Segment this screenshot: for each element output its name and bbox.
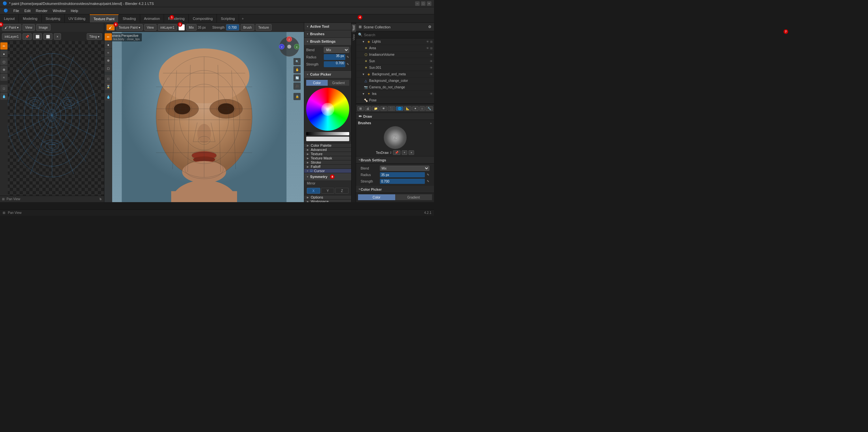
brush-btn[interactable]: Brush (241, 24, 254, 31)
props-modifier-btn[interactable]: 🔧 (426, 106, 433, 111)
radius-field[interactable]: 35 px (324, 54, 345, 60)
vert-tab-tool[interactable]: Tool (351, 24, 356, 32)
color-picker-header[interactable]: ▾ Color Picker (304, 71, 351, 78)
options-item[interactable]: ▶ Options (304, 195, 351, 199)
radius-val-props[interactable]: 35 px (380, 172, 425, 177)
color-wheel[interactable] (306, 88, 349, 131)
props-scene2-btn[interactable]: ⬛ (388, 106, 395, 111)
color-tab-color[interactable]: Color (306, 80, 328, 86)
uv-box-tool[interactable]: □ (0, 85, 7, 92)
color-picker-props-header[interactable]: ▾ Color Picker (356, 186, 434, 193)
tab-layout[interactable]: Layout (0, 14, 19, 23)
vp-eyedrop-btn[interactable]: 💧 (105, 93, 112, 100)
menu-help[interactable]: Help (68, 8, 81, 13)
strength-field[interactable]: 0.700 (226, 24, 239, 31)
props-material-btn[interactable]: ○ (419, 106, 425, 111)
active-tool-header[interactable]: ▾ Active Tool (304, 23, 351, 30)
strength-edit-icon[interactable]: ✎ (347, 63, 349, 66)
menu-render[interactable]: Render (34, 8, 50, 13)
mirror-y-btn[interactable]: Y (321, 188, 335, 194)
viewport-view-menu[interactable]: View (144, 24, 156, 31)
outliner-item-area[interactable]: ☀ Area 👁 ⊞ (356, 45, 434, 52)
maximize-button[interactable]: □ (421, 1, 426, 6)
blend-select-props[interactable]: Mix (380, 166, 429, 171)
strength-field[interactable]: 0.700 (324, 61, 345, 67)
outliner-filter-icon[interactable]: ⚙ (428, 25, 431, 29)
uv-eyedrop-tool[interactable]: 💧 (0, 93, 7, 100)
outliner-item-bgcolor[interactable]: △ Background_change_color (356, 78, 434, 84)
uv-erase-tool[interactable]: ◻ (0, 58, 7, 65)
texture-btn[interactable]: Texture (256, 24, 272, 31)
workspace-item[interactable]: ▶ Workspace (304, 199, 351, 202)
texture-item[interactable]: ▶ Texture (304, 152, 351, 156)
search-input[interactable] (364, 33, 432, 37)
vert-tab-view[interactable]: View (351, 33, 356, 42)
uv-paint-mode[interactable]: 🖌 Paint ▾ (2, 24, 21, 31)
vp-mask-btn[interactable]: ◻ (105, 65, 112, 72)
tab-compositing[interactable]: Compositing (189, 14, 217, 23)
vp-lasso-btn[interactable]: ⌛ (105, 83, 112, 90)
symmetry-header[interactable]: ▾ Symmetry 8 (304, 173, 351, 180)
mirror-x-btn[interactable]: X (307, 188, 320, 194)
stroke-item[interactable]: ▶ Stroke (304, 160, 351, 165)
minimize-button[interactable]: – (415, 1, 420, 6)
brush-pin-btn[interactable]: 📌 (393, 150, 400, 155)
menu-edit[interactable]: Edit (22, 8, 33, 13)
orbit-tool[interactable]: 🔄 (293, 74, 301, 82)
outliner-item-sun001[interactable]: ☀ Sun.001 👁 (356, 65, 434, 71)
props-render-btn[interactable]: 🖨 (365, 106, 371, 111)
uv-render-btn[interactable]: ⬜ (33, 33, 42, 40)
tab-modeling[interactable]: Modeling (19, 14, 42, 23)
texture-mask-item[interactable]: ▶ Texture Mask (304, 156, 351, 160)
props-particles-btn[interactable]: ✦ (412, 106, 419, 111)
uv-draw-tool[interactable]: ✏ (0, 42, 7, 50)
blend-select[interactable]: Mix (324, 47, 349, 53)
brush-del-btn[interactable]: × (409, 150, 414, 155)
blend-select[interactable]: Mix (186, 24, 197, 31)
uv-extra-btn[interactable]: ⬜ (43, 33, 53, 40)
uv-fill-tool[interactable]: ● (0, 50, 7, 57)
brushes-expand-icon[interactable]: ▸ (430, 122, 432, 125)
tab-uv-editing[interactable]: UV Editing (65, 14, 90, 23)
tab-texture-paint[interactable]: Texture Paint (90, 14, 119, 23)
close-button[interactable]: × (427, 1, 431, 6)
outliner-item-bgmeta[interactable]: ▾ ◈ Background_and_meta 👁 (356, 71, 434, 78)
color-swatch[interactable] (306, 136, 349, 141)
brightness-strip[interactable] (306, 132, 349, 135)
strength-val-props[interactable]: 0.700 (380, 179, 425, 184)
strength-edit-props[interactable]: ✎ (427, 180, 429, 183)
vp-box-btn[interactable]: □ (105, 75, 112, 82)
pan-3d-tool[interactable]: ✋ (293, 66, 301, 73)
lock-tool[interactable]: 🔒 (293, 93, 301, 100)
vp-draw-btn[interactable]: ✏ (105, 33, 112, 40)
radius-edit-icon[interactable]: ✎ (347, 55, 349, 59)
cursor-item[interactable]: ▾ ☑ Cursor (304, 169, 351, 173)
props-output-btn[interactable]: 📁 (372, 106, 379, 111)
falloff-item[interactable]: ▶ Falloff (304, 165, 351, 169)
props-color-tab[interactable]: Color (358, 194, 395, 200)
outliner-item-camera[interactable]: 📷 Camera_do_not_change (356, 84, 434, 91)
outliner-item-lights[interactable]: ▾ ◈ Lights 👁 ⊞ (356, 38, 434, 45)
viewport-3d-body[interactable]: Camera Perspective (1) lea.body : close_… (104, 32, 304, 202)
vp-clone-btn[interactable]: ⊕ (105, 57, 112, 64)
eye-lights[interactable]: 👁 (426, 40, 429, 43)
vp-fill-btn[interactable]: ● (105, 41, 112, 48)
tab-animation[interactable]: Animation (140, 14, 164, 23)
outliner-item-irradiance[interactable]: ⬡ IrradianceVolume 👁 (356, 52, 434, 58)
props-gradient-tab[interactable]: Gradient (395, 194, 432, 200)
viewport-3d-mode[interactable]: Texture Paint ▾ (116, 24, 143, 31)
uv-smear-tool[interactable]: ≈ (0, 74, 7, 81)
props-view-btn[interactable]: 👁 (380, 106, 387, 111)
radius-edit-props[interactable]: ✎ (427, 173, 429, 176)
uv-image-menu[interactable]: Image (36, 24, 51, 31)
brush-add-btn[interactable]: + (402, 150, 407, 155)
nav-gizmo[interactable]: Z X Y (278, 35, 301, 58)
menu-file[interactable]: File (11, 8, 22, 13)
uv-layer-select[interactable]: inkLayer1 (2, 33, 21, 40)
brush-settings-header[interactable]: ▾ Brush Settings (304, 38, 351, 45)
brush-settings-props-header[interactable]: ▾ Brush Settings (356, 156, 434, 164)
outliner-item-lea[interactable]: ▾ ✦ lea 👁 (356, 91, 434, 97)
outliner-item-sun[interactable]: ☀ Sun 👁 (356, 58, 434, 65)
zoom-tool[interactable]: 🔍 (293, 58, 301, 65)
uv-view-menu[interactable]: View (23, 24, 35, 31)
